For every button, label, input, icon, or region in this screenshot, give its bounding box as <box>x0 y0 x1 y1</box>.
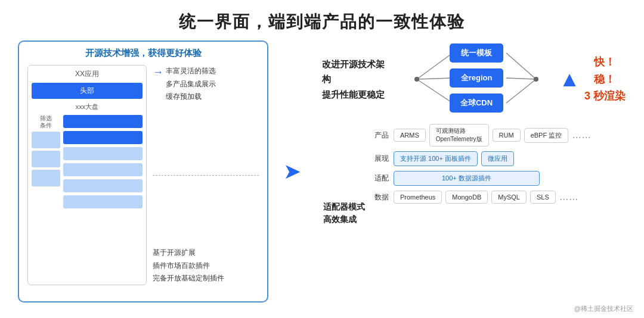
tag-dots-1: …… <box>572 130 591 141</box>
feature-item-4: 基于开源扩展 <box>153 247 224 260</box>
svg-line-4 <box>506 78 536 79</box>
feature-list-top: 丰富灵活的筛选 多产品集成展示 缓存预加载 <box>166 65 216 104</box>
svg-point-7 <box>534 77 538 82</box>
content-block-1 <box>63 147 143 160</box>
watermark: @稀土掘金技术社区 <box>574 304 633 313</box>
svg-line-1 <box>417 78 453 79</box>
svg-line-2 <box>417 79 453 103</box>
tag-mysql: MySQL <box>491 191 527 204</box>
rb-section-label: 适配器模式高效集成 <box>322 124 370 303</box>
tag-arms: ARMS <box>394 129 426 142</box>
content-block-3 <box>63 179 143 192</box>
content-area: 开源技术增强，获得更好体验 XX应用 头部 xxx大盘 筛选条件 <box>0 40 644 303</box>
rb-row-data: 数据 Prometheus MongoDB MySQL SLS …… <box>370 191 626 204</box>
features-top: → 丰富灵活的筛选 多产品集成展示 缓存预加载 <box>153 65 259 104</box>
svg-line-0 <box>417 53 453 79</box>
big-arrow-icon: ➤ <box>283 159 301 184</box>
svg-line-5 <box>506 79 536 103</box>
diamond-box-mid: 全region <box>450 68 503 88</box>
filter-block-3 <box>32 170 60 186</box>
features-bottom: 基于开源扩展 插件市场百款插件 完备开放基础定制插件 <box>153 247 259 285</box>
filter-blocks <box>32 132 60 186</box>
rb-row-content-adapt: 100+ 数据源插件 <box>394 171 540 186</box>
app-mock: XX应用 头部 xxx大盘 筛选条件 <box>27 65 147 285</box>
tag-rum: RUM <box>493 129 521 142</box>
rb-row-content-data: Prometheus MongoDB MySQL SLS …… <box>394 191 578 204</box>
features-bottom-row: 基于开源扩展 插件市场百款插件 完备开放基础定制插件 <box>153 247 259 285</box>
right-panel: 改进开源技术架构提升性能更稳定 统一模板 <box>316 40 626 303</box>
rb-row-content-product: ARMS 可观测链路OpenTelemetry版 RUM eBPF 监控 …… <box>394 124 591 146</box>
rb-row-label-display: 展现 <box>370 154 389 164</box>
svg-line-3 <box>506 53 536 79</box>
rb-row-label-data: 数据 <box>370 192 389 202</box>
diamond-box-bot: 全球CDN <box>450 93 503 113</box>
right-top-label: 改进开源技术架构提升性能更稳定 <box>322 57 393 102</box>
rb-content: 产品 ARMS 可观测链路OpenTelemetry版 RUM eBPF 监控 … <box>370 124 626 303</box>
diamond-diagram: 统一模板 全region 全球CDN <box>405 40 547 118</box>
feature-list-bottom: 基于开源扩展 插件市场百款插件 完备开放基础定制插件 <box>153 247 224 285</box>
quick-label: 快！稳！3 秒渲染 <box>584 54 626 105</box>
content-block-dark-1 <box>63 115 143 128</box>
svg-point-6 <box>414 77 419 82</box>
main-content-col <box>63 115 143 281</box>
left-inner: XX应用 头部 xxx大盘 筛选条件 <box>27 65 259 285</box>
up-arrow-icon: ▲ <box>559 68 580 90</box>
tag-datasource-plugins: 100+ 数据源插件 <box>394 171 540 186</box>
quick-label-area: ▲ 快！稳！3 秒渲染 <box>559 54 626 105</box>
feature-item-6: 完备开放基础定制插件 <box>153 272 224 285</box>
app-label: XX应用 <box>32 69 143 79</box>
section-label: 适配器模式高效集成 <box>323 201 365 226</box>
rb-row-label-adapt: 适配 <box>370 173 389 183</box>
tag-mongodb: MongoDB <box>445 191 488 204</box>
features-section: → 丰富灵活的筛选 多产品集成展示 缓存预加载 基于开源扩展 插件市场百款插件 <box>153 65 259 285</box>
rb-row-content-display: 支持开源 100+ 面板插件 微应用 <box>394 151 514 166</box>
tag-dots-2: …… <box>559 192 578 202</box>
filter-label: 筛选条件 <box>40 115 52 129</box>
tag-prometheus: Prometheus <box>394 191 442 204</box>
header-bar: 头部 <box>32 83 143 99</box>
rb-row-display: 展现 支持开源 100+ 面板插件 微应用 <box>370 151 626 166</box>
big-arrow-container: ➤ <box>280 40 304 303</box>
tag-microapp: 微应用 <box>481 151 514 166</box>
features-top-row: → 丰富灵活的筛选 多产品集成展示 缓存预加载 <box>153 65 259 104</box>
filter-row: 筛选条件 <box>32 115 143 281</box>
diamond-box-top: 统一模板 <box>450 43 503 63</box>
rb-row-product: 产品 ARMS 可观测链路OpenTelemetry版 RUM eBPF 监控 … <box>370 124 626 146</box>
left-panel-title: 开源技术增强，获得更好体验 <box>27 48 259 59</box>
filter-col: 筛选条件 <box>32 115 60 281</box>
feature-item-1: 丰富灵活的筛选 <box>166 65 216 78</box>
tag-ebpf: eBPF 监控 <box>524 128 569 143</box>
filter-block-1 <box>32 132 60 148</box>
left-panel: 开源技术增强，获得更好体验 XX应用 头部 xxx大盘 筛选条件 <box>18 40 268 303</box>
feature-item-2: 多产品集成展示 <box>166 78 216 91</box>
tag-sls: SLS <box>530 191 556 204</box>
page-title: 统一界面，端到端产品的一致性体验 <box>0 0 644 40</box>
rb-row-adapt: 适配 100+ 数据源插件 <box>370 171 626 186</box>
content-block-4 <box>63 195 143 208</box>
rb-row-label-product: 产品 <box>370 130 389 141</box>
content-block-2 <box>63 163 143 176</box>
content-block-dark-2 <box>63 131 143 144</box>
divider <box>153 175 259 176</box>
sub-label: xxx大盘 <box>32 102 143 111</box>
arrow-icon-top: → <box>153 66 163 79</box>
tag-opentelemetry: 可观测链路OpenTelemetry版 <box>429 124 489 146</box>
feature-item-3: 缓存预加载 <box>166 91 216 104</box>
right-top: 改进开源技术架构提升性能更稳定 统一模板 <box>322 40 626 118</box>
feature-item-5: 插件市场百款插件 <box>153 260 224 273</box>
right-bottom: 适配器模式高效集成 产品 ARMS 可观测链路OpenTelemetry版 RU… <box>322 124 626 303</box>
filter-block-2 <box>32 151 60 167</box>
tag-panel-plugins: 支持开源 100+ 面板插件 <box>394 151 478 166</box>
